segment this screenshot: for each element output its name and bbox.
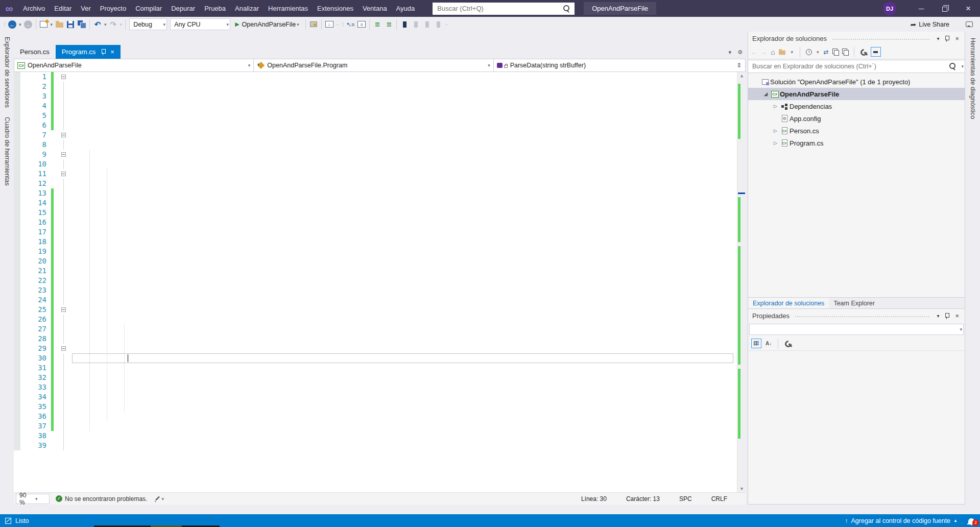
tree-arrow-icon[interactable]: ◢ (762, 91, 770, 97)
next-bookmark-button[interactable] (421, 18, 433, 31)
outline-margin[interactable] (55, 295, 72, 305)
breakpoint-margin[interactable] (14, 227, 20, 237)
collapse-box-icon[interactable] (61, 75, 66, 79)
outline-margin[interactable] (55, 227, 72, 237)
breakpoint-margin[interactable] (14, 150, 20, 159)
properties-menu-chevron-icon[interactable]: ▾ (934, 313, 942, 319)
redo-dropdown[interactable]: ▾ (119, 22, 124, 27)
breakpoint-margin[interactable] (14, 159, 20, 169)
solution-configuration-dropdown[interactable]: Debug▾ (129, 18, 167, 30)
navigate-forward-button[interactable]: → (22, 18, 34, 31)
code-line-23[interactable]: 23 (14, 285, 746, 295)
tree-item-openandparsefile[interactable]: ◢C#OpenAndParseFile (748, 88, 965, 100)
breakpoint-margin[interactable] (14, 130, 20, 140)
outline-margin[interactable] (55, 344, 72, 353)
code-line-4[interactable]: 4 (14, 101, 746, 111)
outline-margin[interactable] (55, 382, 72, 392)
code-line-8[interactable]: 8 (14, 140, 746, 150)
breakpoint-margin[interactable] (14, 82, 20, 91)
panel-drag-texture[interactable] (832, 38, 930, 41)
outline-margin[interactable] (55, 276, 72, 285)
breakpoint-margin[interactable] (14, 431, 20, 441)
outline-margin[interactable] (55, 150, 72, 159)
close-icon[interactable]: × (110, 49, 114, 55)
sync-with-active-document-icon[interactable]: ⇄ (824, 49, 829, 56)
code-line-33[interactable]: 33 (14, 382, 746, 392)
save-all-button[interactable] (76, 18, 87, 31)
previous-bookmark-button[interactable] (410, 18, 421, 31)
outline-margin[interactable] (55, 140, 72, 150)
code-line-14[interactable]: 14 (14, 198, 746, 208)
toolbar-grip[interactable]: ⁞⁞ (342, 22, 343, 27)
clipboard-icon[interactable] (842, 49, 848, 55)
code-line-13[interactable]: 13 (14, 188, 746, 198)
menu-proyecto[interactable]: Proyecto (95, 0, 131, 17)
attach-to-process-button[interactable] (308, 18, 319, 31)
zoom-dropdown[interactable]: 90 %▾ (16, 494, 50, 504)
collapse-box-icon[interactable] (61, 346, 66, 351)
breakpoint-margin[interactable] (14, 169, 20, 179)
menu-prueba[interactable]: Prueba (200, 0, 230, 17)
breakpoint-margin[interactable] (14, 392, 20, 402)
bookmark-overflow[interactable]: ─ (444, 22, 449, 27)
edit-indicator-icon[interactable] (154, 496, 160, 502)
solution-explorer-header[interactable]: Explorador de soluciones ▾ × (748, 32, 965, 45)
collapse-box-icon[interactable] (61, 307, 66, 312)
code-line-15[interactable]: 15 (14, 208, 746, 218)
tree-arrow-icon[interactable]: ▷ (772, 128, 779, 133)
code-line-31[interactable]: 31 (14, 363, 746, 373)
code-line-6[interactable]: 6 (14, 121, 746, 130)
toolbar-overflow-dash[interactable]: ─ (335, 22, 340, 27)
collapse-box-icon[interactable] (61, 152, 66, 157)
properties-close-icon[interactable]: × (952, 312, 962, 320)
code-line-20[interactable]: 20 (14, 256, 746, 266)
tree-item-soluci-n-openandparsefile-1-de-1-proyecto-[interactable]: Solución "OpenAndParseFile" (1 de 1 proy… (748, 76, 965, 88)
breakpoint-margin[interactable] (14, 315, 20, 324)
breakpoint-margin[interactable] (14, 266, 20, 276)
outline-margin[interactable] (55, 169, 72, 179)
solution-search-input[interactable] (748, 63, 948, 70)
menu-analizar[interactable]: Analizar (230, 0, 264, 17)
breakpoint-margin[interactable] (14, 412, 20, 421)
code-line-34[interactable]: 34 (14, 392, 746, 402)
close-button[interactable]: × (957, 0, 980, 17)
breakpoint-margin[interactable] (14, 140, 20, 150)
type-dropdown[interactable]: OpenAndParseFile.Program ▾ (254, 59, 493, 71)
breakpoint-margin[interactable] (14, 91, 20, 101)
new-dropdown[interactable]: ▾ (50, 22, 54, 27)
vertical-scrollbar[interactable]: ▲ ▼ (737, 72, 746, 492)
se-back-icon[interactable]: ← (751, 49, 757, 56)
code-window-button[interactable]: ≡ (356, 18, 367, 31)
show-all-files-icon[interactable] (832, 49, 839, 55)
outline-margin[interactable] (55, 91, 72, 101)
outline-margin[interactable] (55, 188, 72, 198)
project-dropdown[interactable]: C# OpenAndParseFile ▾ (14, 59, 254, 71)
outline-margin[interactable] (55, 159, 72, 169)
outline-margin[interactable] (55, 421, 72, 431)
code-line-29[interactable]: 29 (14, 344, 746, 353)
outline-margin[interactable] (55, 218, 72, 227)
code-line-35[interactable]: 35 (14, 402, 746, 412)
decrease-indent-button[interactable]: ≣ (372, 18, 383, 31)
outline-margin[interactable] (55, 305, 72, 315)
outline-margin[interactable] (55, 198, 72, 208)
code-line-17[interactable]: 17 (14, 227, 746, 237)
breakpoint-margin[interactable] (14, 188, 20, 198)
tree-item-app-config[interactable]: ⚙App.config (748, 112, 965, 125)
breakpoint-margin[interactable] (14, 344, 20, 353)
code-line-16[interactable]: 16 (14, 218, 746, 227)
breakpoint-margin[interactable] (14, 324, 20, 334)
code-line-1[interactable]: 1 (14, 72, 746, 82)
undo-button[interactable]: ↶ (92, 18, 103, 31)
code-line-38[interactable]: 38 (14, 431, 746, 441)
outline-margin[interactable] (55, 130, 72, 140)
code-line-7[interactable]: 7 (14, 130, 746, 140)
user-avatar[interactable]: DJ (883, 2, 896, 15)
code-line-22[interactable]: 22 (14, 276, 746, 285)
outline-margin[interactable] (55, 441, 72, 450)
restore-button[interactable] (933, 0, 957, 17)
outline-margin[interactable] (55, 334, 72, 344)
panel-tab-team-explorer[interactable]: Team Explorer (829, 298, 879, 308)
solution-platform-dropdown[interactable]: Any CPU▾ (170, 18, 230, 30)
outline-margin[interactable] (55, 256, 72, 266)
